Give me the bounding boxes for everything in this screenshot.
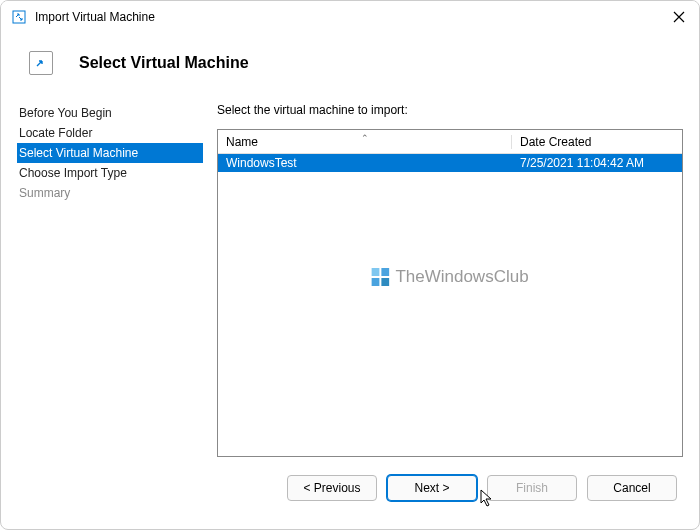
previous-button[interactable]: < Previous — [287, 475, 377, 501]
list-row[interactable]: WindowsTest 7/25/2021 11:04:42 AM — [218, 154, 682, 172]
next-button[interactable]: Next > — [387, 475, 477, 501]
list-header: Name ⌃ Date Created — [218, 130, 682, 154]
watermark-text: TheWindowsClub — [395, 267, 528, 287]
sidebar-item-locate-folder[interactable]: Locate Folder — [17, 123, 203, 143]
sidebar-item-before-you-begin[interactable]: Before You Begin — [17, 103, 203, 123]
svg-rect-3 — [371, 278, 379, 286]
app-icon — [11, 9, 27, 25]
cell-vm-name: WindowsTest — [218, 156, 512, 170]
watermark: TheWindowsClub — [371, 267, 528, 287]
close-button[interactable] — [659, 1, 699, 33]
sidebar-item-choose-import-type[interactable]: Choose Import Type — [17, 163, 203, 183]
finish-button[interactable]: Finish — [487, 475, 577, 501]
titlebar: Import Virtual Machine — [1, 1, 699, 33]
sort-ascending-icon: ⌃ — [361, 133, 369, 143]
instruction-text: Select the virtual machine to import: — [217, 97, 683, 117]
vm-list[interactable]: Name ⌃ Date Created WindowsTest 7/25/202… — [217, 129, 683, 457]
column-header-name-label: Name — [226, 135, 258, 149]
wizard-button-row: < Previous Next > Finish Cancel — [1, 457, 699, 519]
wizard-steps-sidebar: Before You Begin Locate Folder Select Vi… — [17, 97, 203, 457]
main-panel: Select the virtual machine to import: Na… — [203, 97, 683, 457]
column-header-name[interactable]: Name ⌃ — [218, 135, 512, 149]
wizard-body: Before You Begin Locate Folder Select Vi… — [1, 97, 699, 457]
sidebar-item-summary[interactable]: Summary — [17, 183, 203, 203]
svg-rect-1 — [371, 268, 379, 276]
column-header-date[interactable]: Date Created — [512, 135, 682, 149]
cell-vm-date: 7/25/2021 11:04:42 AM — [512, 156, 682, 170]
sidebar-item-select-virtual-machine[interactable]: Select Virtual Machine — [17, 143, 203, 163]
svg-rect-4 — [381, 278, 389, 286]
watermark-icon — [371, 268, 389, 286]
import-icon — [29, 51, 53, 75]
wizard-header: Select Virtual Machine — [1, 33, 699, 97]
page-title: Select Virtual Machine — [79, 54, 249, 72]
svg-rect-2 — [381, 268, 389, 276]
window-title: Import Virtual Machine — [35, 10, 659, 24]
cancel-button[interactable]: Cancel — [587, 475, 677, 501]
